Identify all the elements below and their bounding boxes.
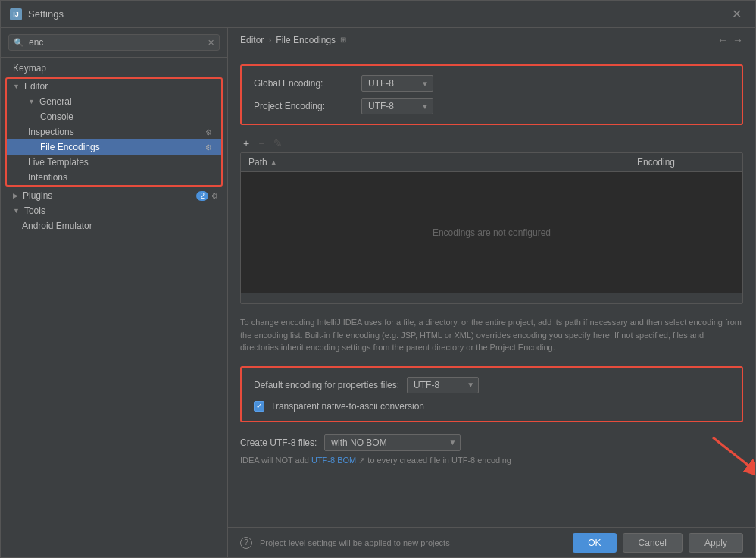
utf8-select-wrapper: with NO BOM with BOM ▼ [324, 434, 461, 451]
help-icon-label: ? [244, 538, 248, 547]
sidebar-item-intentions-label: Intentions [28, 172, 67, 183]
sidebar-item-intentions[interactable]: Intentions [7, 170, 221, 185]
utf8-note: IDEA will NOT add UTF-8 BOM ↗ to every c… [240, 454, 743, 467]
search-wrapper: 🔍 ✕ [8, 34, 220, 51]
search-box: 🔍 ✕ [1, 28, 227, 58]
footer-buttons: OK Cancel Apply [573, 533, 743, 553]
remove-row-button[interactable]: − [255, 136, 267, 151]
settings-dialog: IJ Settings ✕ 🔍 ✕ Keymap [0, 0, 756, 558]
footer-note: Project-level settings will be applied t… [260, 538, 450, 547]
breadcrumb-file-encodings: File Encodings [276, 35, 336, 45]
utf8-bom-link[interactable]: UTF-8 BOM [311, 456, 356, 465]
table-col-encoding: Encoding [629, 153, 742, 171]
path-col-label: Path [248, 157, 267, 168]
checkmark-icon: ✓ [256, 402, 262, 410]
properties-encoding-select-wrapper: UTF-8 ISO-8859-1 ▼ [407, 377, 479, 393]
sidebar-item-general-label: General [39, 96, 72, 107]
transparent-conversion-checkbox[interactable]: ✓ [254, 401, 264, 412]
nav-arrows: ← → [717, 34, 743, 46]
sidebar-item-plugins[interactable]: ▶ Plugins 2 ⚙ [1, 188, 227, 203]
sidebar-item-console-label: Console [40, 111, 73, 122]
default-encoding-label: Default encoding for properties files: [254, 380, 399, 390]
sidebar-item-editor[interactable]: ▼ Editor [7, 79, 221, 94]
expand-icon: ▼ [13, 83, 20, 90]
close-button[interactable]: ✕ [727, 5, 746, 23]
cancel-button[interactable]: Cancel [623, 533, 683, 553]
sidebar-item-live-templates-label: Live Templates [28, 157, 89, 168]
project-encoding-row: Project Encoding: UTF-8 ISO-8859-1 US-AS… [254, 98, 729, 114]
help-button[interactable]: ? [240, 537, 252, 549]
ok-button[interactable]: OK [573, 533, 616, 553]
expand-icon-general: ▼ [28, 98, 35, 105]
app-icon: IJ [10, 8, 22, 20]
sidebar-item-console[interactable]: Console [7, 109, 221, 124]
global-encoding-select-wrapper: UTF-8 ISO-8859-1 US-ASCII UTF-16 ▼ [361, 75, 433, 92]
plugins-badge: 2 [196, 191, 208, 201]
search-icon: 🔍 [14, 38, 24, 48]
global-encoding-select[interactable]: UTF-8 ISO-8859-1 US-ASCII UTF-16 [361, 75, 433, 92]
sidebar-item-android-emulator-label: Android Emulator [22, 221, 92, 231]
red-arrow-indicator [698, 430, 755, 491]
utf8-files-section: Create UTF-8 files: with NO BOM with BOM… [240, 431, 743, 467]
window-title: Settings [28, 8, 64, 20]
plugins-settings-icon[interactable]: ⚙ [211, 192, 218, 200]
footer: ? Project-level settings will be applied… [228, 527, 755, 557]
sidebar-item-plugins-label: Plugins [23, 190, 52, 201]
table-col-path: Path ▲ [241, 153, 629, 171]
sidebar-item-tools-label: Tools [24, 205, 45, 216]
right-panel: Editor › File Encodings ⊞ ← → Global Enc… [228, 28, 755, 557]
title-bar: IJ Settings ✕ [1, 1, 755, 28]
table-header: Path ▲ Encoding [241, 153, 742, 172]
edit-row-button[interactable]: ✎ [270, 136, 286, 151]
utf8-bom-select[interactable]: with NO BOM with BOM [324, 434, 461, 451]
properties-encoding-select[interactable]: UTF-8 ISO-8859-1 [407, 377, 479, 393]
encoding-section: Global Encoding: UTF-8 ISO-8859-1 US-ASC… [240, 64, 743, 125]
encoding-col-label: Encoding [637, 157, 675, 168]
sidebar-item-tools[interactable]: ▼ Tools [1, 203, 227, 218]
breadcrumb: Editor › File Encodings ⊞ [240, 35, 346, 45]
sidebar-item-inspections-label: Inspections [28, 127, 74, 137]
forward-arrow[interactable]: → [733, 34, 743, 46]
info-text: To change encoding IntelliJ IDEA uses fo… [240, 313, 743, 357]
utf8-note-prefix: IDEA will NOT add [240, 456, 311, 465]
title-bar-left: IJ Settings [10, 8, 64, 20]
encodings-table: Path ▲ Encoding Encodings are not config… [240, 152, 743, 304]
sidebar-item-android-emulator[interactable]: Android Emulator [1, 218, 227, 234]
breadcrumb-link-icon[interactable]: ⊞ [340, 36, 346, 44]
sidebar-item-file-encodings[interactable]: File Encodings ⚙ [7, 140, 221, 155]
properties-section: Default encoding for properties files: U… [240, 366, 743, 422]
project-encoding-label: Project Encoding: [254, 101, 352, 111]
utf8-create-label: Create UTF-8 files: [240, 437, 317, 448]
sidebar-item-editor-label: Editor [24, 81, 48, 92]
transparent-conversion-label: Transparent native-to-ascii conversion [270, 401, 424, 412]
global-encoding-row: Global Encoding: UTF-8 ISO-8859-1 US-ASC… [254, 75, 729, 92]
add-row-button[interactable]: + [240, 136, 252, 151]
footer-left: ? Project-level settings will be applied… [240, 537, 450, 549]
global-encoding-label: Global Encoding: [254, 78, 352, 89]
sidebar-item-keymap-label: Keymap [13, 63, 46, 74]
utf8-create-row: Create UTF-8 files: with NO BOM with BOM… [240, 431, 743, 454]
back-arrow[interactable]: ← [717, 34, 728, 46]
main-content: 🔍 ✕ Keymap ▼ Editor [1, 28, 755, 557]
sidebar-item-live-templates[interactable]: Live Templates [7, 155, 221, 170]
transparent-conversion-row: ✓ Transparent native-to-ascii conversion [254, 401, 729, 412]
sidebar-item-file-encodings-label: File Encodings [40, 142, 100, 152]
table-toolbar: + − ✎ [240, 134, 743, 152]
clear-search-icon[interactable]: ✕ [208, 38, 214, 48]
sidebar-item-inspections[interactable]: Inspections ⚙ [7, 124, 221, 140]
file-encodings-settings-icon[interactable]: ⚙ [205, 143, 212, 152]
table-section: + − ✎ Path ▲ Encoding [240, 134, 743, 304]
sidebar-tree: Keymap ▼ Editor ▼ General Console [1, 58, 227, 557]
apply-button[interactable]: Apply [689, 533, 743, 553]
breadcrumb-separator: › [268, 35, 271, 45]
sidebar-item-keymap[interactable]: Keymap [1, 61, 227, 76]
inspections-settings-icon[interactable]: ⚙ [205, 128, 212, 136]
search-input[interactable] [29, 37, 203, 48]
default-encoding-row: Default encoding for properties files: U… [254, 377, 729, 393]
table-body: Encodings are not configured [241, 172, 742, 293]
project-encoding-select[interactable]: UTF-8 ISO-8859-1 US-ASCII UTF-16 [361, 98, 433, 114]
sidebar: 🔍 ✕ Keymap ▼ Editor [1, 28, 228, 557]
sidebar-item-general[interactable]: ▼ General [7, 94, 221, 109]
svg-line-1 [713, 437, 755, 479]
expand-icon-plugins: ▶ [13, 192, 18, 199]
